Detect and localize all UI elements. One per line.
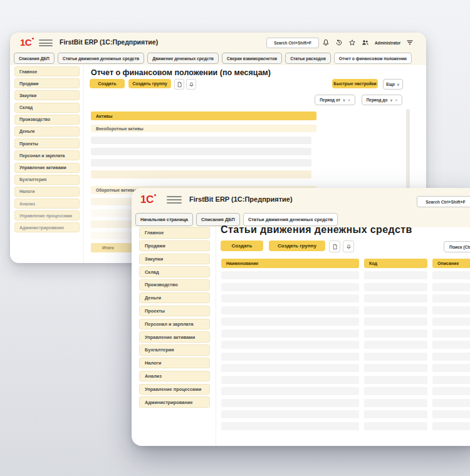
sidebar-item-бухгалтерия[interactable]: Бухгалтерия (14, 175, 80, 185)
sidebar-divider (216, 227, 216, 446)
create-button[interactable]: Создать (221, 241, 263, 251)
table-row[interactable] (221, 294, 470, 306)
column-header-description[interactable]: Описание (432, 259, 470, 268)
sidebar-item-анализ[interactable]: Анализ (14, 199, 80, 209)
table-row[interactable] (221, 353, 470, 365)
sidebar-item-администрирование[interactable]: Администрирование (14, 222, 80, 232)
page-background: 1С FirstBit ERP (1С:Предприятие) Search … (0, 0, 470, 476)
tab-reconciliations[interactable]: Сверки взаиморасчетов (222, 53, 282, 64)
tab-home[interactable]: Начальная страница (135, 213, 193, 226)
period-to-filter[interactable]: Период до∨× (362, 95, 402, 105)
tab-cashflow-movement[interactable]: Движение денежных средств (147, 53, 219, 64)
sidebar-item-налоги[interactable]: Налоги (139, 358, 210, 369)
sidebar-item-закупки[interactable]: Закупки (14, 90, 80, 100)
report-row-assets[interactable]: Активы (91, 111, 316, 120)
column-header-code[interactable]: Код (364, 259, 427, 268)
tab-spisaniya-dbp[interactable]: Списания ДБП (14, 53, 55, 64)
table-row[interactable] (221, 306, 470, 318)
quick-settings-button[interactable]: Быстрые настройки (332, 79, 378, 88)
page-title: Отчет о финансовом положении (по месяцам… (91, 68, 271, 77)
tab-cashflow-items[interactable]: Статьи движения денежных средств (58, 53, 144, 64)
nav-sidebar: ГлавноеПродажиЗакупкиСкладПроизводствоДе… (139, 227, 210, 410)
list-search-input[interactable]: Поиск (Ctrl+F) (444, 241, 470, 252)
sidebar-item-продажи[interactable]: Продажи (14, 78, 80, 88)
table-row[interactable] (91, 137, 311, 144)
tab-expense-items[interactable]: Статьи расходов (285, 53, 331, 64)
sidebar-item-управление-активами[interactable]: Управление активами (14, 163, 80, 173)
create-button[interactable]: Создать (90, 79, 125, 88)
table-row[interactable] (221, 283, 470, 295)
panels-icon[interactable] (406, 39, 414, 46)
global-search-input[interactable]: Search Ctrl+Shift+F (266, 38, 319, 48)
table-row[interactable] (91, 148, 311, 155)
new-document-icon[interactable] (329, 241, 340, 252)
main-menu-icon[interactable] (167, 196, 182, 204)
report-row-noncurrent[interactable]: Внеоборотные активы (91, 125, 316, 132)
sidebar-item-проекты[interactable]: Проекты (139, 306, 210, 317)
sidebar-item-бухгалтерия[interactable]: Бухгалтерия (139, 344, 210, 356)
table-row[interactable] (221, 387, 470, 399)
period-from-filter[interactable]: Период от∨× (315, 95, 355, 105)
notification-icon[interactable] (343, 241, 354, 252)
sidebar-item-производство[interactable]: Производство (139, 279, 210, 291)
new-document-icon[interactable] (174, 79, 184, 90)
app-title: FirstBit ERP (1С:Предприятие) (189, 195, 293, 203)
sidebar-item-деньги[interactable]: Деньги (139, 292, 210, 304)
column-header-name[interactable]: Наименование (221, 259, 359, 268)
sidebar-item-анализ[interactable]: Анализ (139, 371, 210, 382)
create-group-button[interactable]: Создать группу (269, 241, 325, 251)
tab-bar: Списания ДБП Статьи движения денежных ср… (10, 52, 426, 65)
nav-sidebar: ГлавноеПродажиЗакупкиСкладПроизводствоДе… (14, 66, 80, 235)
sidebar-item-персонал-и-зарплата[interactable]: Персонал и зарплата (139, 319, 210, 330)
sidebar-item-проекты[interactable]: Проекты (14, 138, 80, 148)
sidebar-item-управление-активами[interactable]: Управление активами (139, 331, 210, 343)
app-header: 1С FirstBit ERP (1С:Предприятие) Search … (10, 33, 426, 52)
page-title: Статьи движения денежных средств (221, 224, 412, 235)
table-row[interactable] (221, 376, 470, 388)
more-button[interactable]: Еще∨ (383, 79, 403, 90)
sidebar-item-персонал-и-зарплата[interactable]: Персонал и зарплата (14, 150, 80, 160)
table-row[interactable] (221, 422, 470, 434)
sidebar-item-склад[interactable]: Склад (14, 103, 80, 113)
1c-logo: 1С (20, 38, 31, 47)
1c-logo: 1С (140, 194, 154, 205)
sidebar-item-управление-процессами[interactable]: Управление процессами (139, 384, 210, 395)
star-icon[interactable] (348, 39, 356, 46)
sidebar-item-производство[interactable]: Производство (14, 115, 80, 125)
table-row[interactable] (221, 399, 470, 411)
sidebar-item-главное[interactable]: Главное (14, 66, 80, 76)
table-row[interactable] (221, 271, 470, 283)
global-search-input[interactable]: Search Ctrl+Shift+F (417, 196, 470, 207)
tab-financial-report[interactable]: Отчет о финансовом положении (334, 53, 412, 64)
create-group-button[interactable]: Создать группу (128, 79, 171, 88)
table-row[interactable] (221, 318, 470, 329)
sidebar-item-администрирование[interactable]: Администрирование (139, 396, 210, 408)
table-row[interactable] (221, 341, 470, 353)
users-icon[interactable] (362, 39, 369, 46)
sidebar-item-склад[interactable]: Склад (139, 266, 210, 277)
sidebar-item-налоги[interactable]: Налоги (14, 187, 80, 197)
table-row[interactable] (91, 170, 311, 178)
main-menu-icon[interactable] (39, 39, 53, 46)
table-row[interactable] (221, 364, 470, 376)
sidebar-item-закупки[interactable]: Закупки (139, 254, 210, 265)
window-cashflow-items: 1С FirstBit ERP (1С:Предприятие) Search … (132, 188, 470, 446)
table-row[interactable] (221, 410, 470, 422)
notification-icon[interactable] (186, 79, 196, 90)
sidebar-item-главное[interactable]: Главное (139, 227, 210, 239)
sidebar-item-продажи[interactable]: Продажи (139, 241, 210, 252)
sidebar-item-деньги[interactable]: Деньги (14, 127, 80, 137)
app-title: FirstBit ERP (1С:Предприятие) (60, 38, 158, 46)
table-row[interactable] (221, 329, 470, 341)
sidebar-item-управление-процессами[interactable]: Управление процессами (14, 210, 80, 220)
app-header: 1С FirstBit ERP (1С:Предприятие) Search … (132, 188, 470, 212)
history-icon[interactable] (335, 39, 343, 46)
current-user-label[interactable]: Administrator (375, 41, 400, 45)
table-body (221, 271, 470, 433)
bell-icon[interactable] (322, 39, 330, 46)
sidebar-divider (83, 65, 84, 263)
table-row[interactable] (91, 159, 311, 167)
